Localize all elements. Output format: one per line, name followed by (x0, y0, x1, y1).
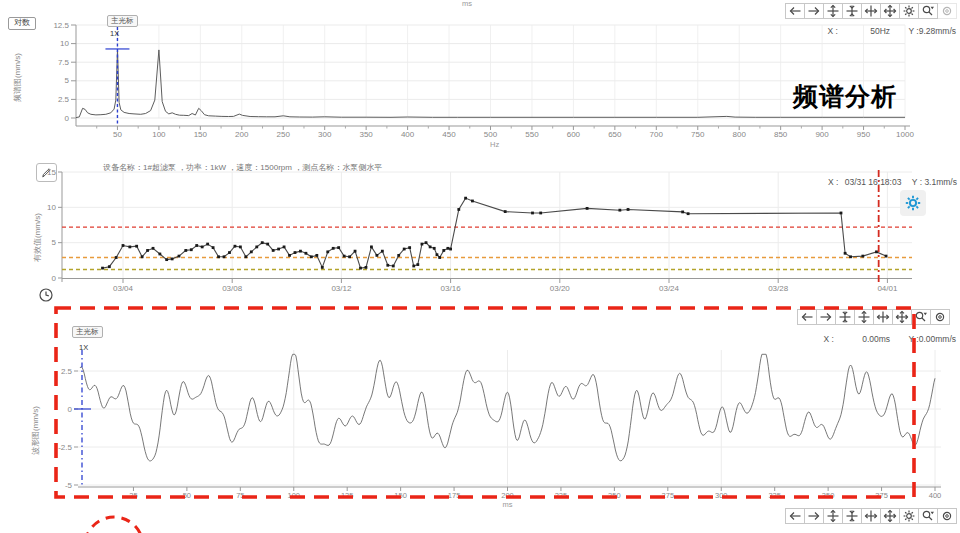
svg-text:0: 0 (52, 274, 57, 283)
svg-text:550: 550 (525, 130, 539, 139)
expand-all-icon (883, 509, 897, 523)
svg-text:250: 250 (608, 491, 621, 500)
svg-text:7.5: 7.5 (58, 58, 70, 67)
expand-horizontal-icon (864, 509, 878, 523)
spectrum-y-axis-label: 频谱图(mm/s) (12, 53, 23, 102)
svg-text:-5: -5 (65, 481, 73, 490)
svg-text:900: 900 (815, 130, 829, 139)
arrow-right-button[interactable] (804, 3, 824, 19)
compress-vertical-icon (838, 310, 852, 324)
arrow-right-icon (819, 310, 833, 324)
svg-text:200: 200 (235, 130, 249, 139)
compress-vertical-button[interactable] (842, 508, 862, 524)
svg-text:350: 350 (822, 491, 835, 500)
arrow-right-icon (807, 4, 821, 18)
gear-button[interactable] (899, 508, 919, 524)
spectrum-chart[interactable]: 02.557.51012.550100150200250300350400450… (0, 0, 960, 158)
waveform-cursor-tag[interactable]: 主光标 (72, 326, 103, 338)
compress-vertical-button[interactable] (842, 3, 862, 19)
expand-vertical-button[interactable] (854, 309, 874, 325)
history-time-button[interactable] (37, 286, 55, 304)
svg-text:0: 0 (65, 114, 70, 123)
arrow-right-icon (807, 509, 821, 523)
spectrum-cursor-tag[interactable]: 主光标 (107, 15, 138, 27)
arrow-right-button[interactable] (816, 309, 836, 325)
svg-text:2.5: 2.5 (61, 367, 73, 376)
svg-text:375: 375 (875, 491, 888, 500)
trend-chart[interactable]: 05101503/0403/0803/1203/1603/2003/2403/2… (0, 160, 960, 310)
expand-horizontal-button[interactable] (873, 309, 893, 325)
top-axis-remnant-label: ms (462, 0, 472, 8)
edit-button[interactable] (36, 163, 57, 182)
expand-all-button[interactable] (892, 309, 912, 325)
page-bottom-toolbar (786, 508, 957, 524)
expand-all-button[interactable] (880, 508, 900, 524)
svg-text:175: 175 (448, 491, 461, 500)
waveform-readout-x-label: X : (823, 334, 833, 344)
svg-text:850: 850 (774, 130, 788, 139)
arrow-right-button[interactable] (804, 508, 824, 524)
app-window: { "window": { "top_axis_remnant_label": … (0, 0, 960, 533)
svg-text:03/20: 03/20 (550, 284, 571, 293)
log-scale-toggle-button[interactable]: 对数 (8, 17, 36, 30)
spectrum-readout-x-value: 50Hz (870, 26, 890, 36)
expand-vertical-button[interactable] (823, 508, 843, 524)
svg-text:100: 100 (287, 491, 300, 500)
svg-text:04/01: 04/01 (877, 284, 898, 293)
expand-all-icon (895, 310, 909, 324)
svg-text:400: 400 (401, 130, 415, 139)
svg-text:800: 800 (733, 130, 747, 139)
clock-icon (38, 287, 54, 303)
expand-vertical-button[interactable] (823, 3, 843, 19)
expand-all-button[interactable] (880, 3, 900, 19)
waveform-chart[interactable]: 2.50-2.5-5255075100125150175200225250275… (0, 300, 960, 533)
svg-text:200: 200 (501, 491, 514, 500)
zoom-select-icon (921, 509, 935, 523)
arrow-left-button[interactable] (785, 3, 805, 19)
annotation-red-dashed-circle (85, 517, 143, 533)
svg-text:5: 5 (65, 76, 70, 85)
waveform-cursor-harmonic-label: 1X (79, 343, 88, 352)
svg-text:50: 50 (113, 130, 122, 139)
trend-chart-title: 设备名称：1#超滤泵 ，功率：1kW ，速度：1500rpm ，测点名称：水泵侧… (103, 162, 382, 173)
svg-text:03/24: 03/24 (659, 284, 680, 293)
svg-text:400: 400 (929, 491, 942, 500)
svg-text:450: 450 (442, 130, 456, 139)
svg-text:300: 300 (318, 130, 332, 139)
gear-button[interactable] (899, 3, 919, 19)
expand-horizontal-button[interactable] (861, 508, 881, 524)
svg-text:300: 300 (715, 491, 728, 500)
zoom-select-button[interactable] (918, 508, 938, 524)
svg-text:03/08: 03/08 (222, 284, 243, 293)
svg-text:225: 225 (555, 491, 568, 500)
svg-text:0: 0 (68, 405, 73, 414)
reset-button[interactable] (937, 3, 957, 19)
reset-button[interactable] (937, 508, 957, 524)
compress-vertical-button[interactable] (835, 309, 855, 325)
arrow-left-button[interactable] (785, 508, 805, 524)
zoom-select-button[interactable] (911, 309, 931, 325)
svg-text:03/12: 03/12 (331, 284, 352, 293)
compress-vertical-icon (845, 509, 859, 523)
expand-horizontal-icon (864, 4, 878, 18)
svg-text:600: 600 (567, 130, 581, 139)
trend-settings-button[interactable] (900, 190, 926, 216)
svg-text:325: 325 (768, 491, 781, 500)
waveform-cursor-readout: X : 0.00ms Y :0.00mm/s (823, 334, 956, 344)
svg-text:12.5: 12.5 (53, 21, 69, 30)
svg-text:03/04: 03/04 (113, 284, 134, 293)
svg-text:275: 275 (662, 491, 675, 500)
reset-button[interactable] (930, 309, 950, 325)
arrow-left-button[interactable] (797, 309, 817, 325)
arrow-left-icon (788, 4, 802, 18)
expand-horizontal-button[interactable] (861, 3, 881, 19)
svg-text:Hz: Hz (490, 140, 499, 149)
svg-text:150: 150 (394, 491, 407, 500)
trend-readout-y-value: Y : 3.1mm/s (912, 177, 957, 187)
spectrum-cursor-harmonic-label: 1X (110, 29, 119, 38)
svg-text:500: 500 (484, 130, 498, 139)
trend-y-axis-label: 有效值(mm/s) (32, 213, 43, 262)
svg-text:150: 150 (194, 130, 208, 139)
svg-text:650: 650 (608, 130, 622, 139)
zoom-select-button[interactable] (918, 3, 938, 19)
